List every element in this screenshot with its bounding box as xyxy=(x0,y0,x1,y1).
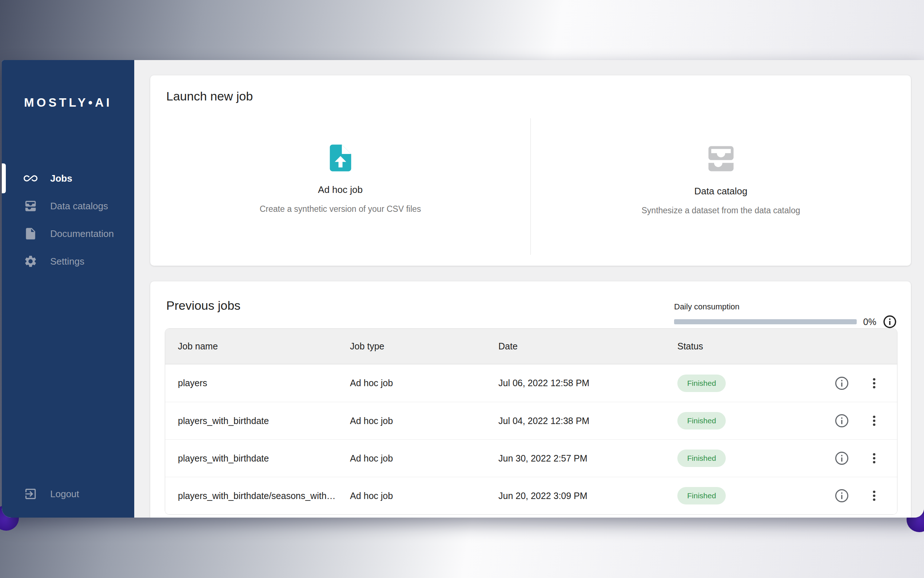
daily-consumption-label: Daily consumption xyxy=(674,302,897,312)
brand-logo: MOSTLY•AI xyxy=(2,96,134,110)
sidebar-item-label: Data catalogs xyxy=(50,201,108,212)
previous-jobs-table: Job name Job type Date Status players Ad… xyxy=(165,328,897,515)
previous-jobs-header: Previous jobs Daily consumption 0% xyxy=(150,281,911,328)
launch-card-title: Launch new job xyxy=(166,89,911,105)
status-badge: Finished xyxy=(677,487,726,505)
sidebar-item-data-catalogs[interactable]: Data catalogs xyxy=(2,192,134,220)
logout-icon xyxy=(24,487,37,501)
main-content: Launch new job Ad hoc job Create a synth… xyxy=(134,60,924,518)
status-cell: Finished xyxy=(677,375,834,392)
info-icon[interactable] xyxy=(834,413,850,429)
kebab-menu-icon[interactable] xyxy=(867,489,881,503)
status-badge: Finished xyxy=(677,412,726,430)
column-header-date: Date xyxy=(498,341,677,352)
progress-bar xyxy=(674,319,857,324)
row-actions xyxy=(834,488,897,504)
job-name-cell: players_with_birthdate/seasons_with… xyxy=(165,490,350,501)
previous-jobs-card: Previous jobs Daily consumption 0% xyxy=(150,281,911,518)
row-actions xyxy=(834,375,897,391)
table-header-row: Job name Job type Date Status xyxy=(165,329,897,364)
row-actions xyxy=(834,413,897,429)
progress-value: 0% xyxy=(863,317,876,327)
daily-consumption-meter: 0% xyxy=(674,314,897,330)
status-cell: Finished xyxy=(677,412,834,430)
daily-consumption: Daily consumption 0% xyxy=(674,302,897,330)
sidebar-item-label: Settings xyxy=(50,256,84,267)
document-icon xyxy=(24,227,37,240)
launch-options: Ad hoc job Create a synthetic version of… xyxy=(150,107,911,255)
gear-icon xyxy=(24,255,37,268)
option-title: Data catalog xyxy=(694,186,748,197)
table-body: players Ad hoc job Jul 06, 2022 12:58 PM… xyxy=(165,364,897,514)
table-row[interactable]: players_with_birthdate/seasons_with… Ad … xyxy=(165,477,897,514)
launch-new-job-card: Launch new job Ad hoc job Create a synth… xyxy=(150,75,911,266)
table-row[interactable]: players_with_birthdate Ad hoc job Jun 30… xyxy=(165,439,897,477)
kebab-menu-icon[interactable] xyxy=(867,377,881,390)
sidebar-item-documentation[interactable]: Documentation xyxy=(2,220,134,247)
kebab-menu-icon[interactable] xyxy=(867,414,881,428)
infinity-icon xyxy=(24,171,37,185)
kebab-menu-icon[interactable] xyxy=(867,451,881,465)
table-row[interactable]: players_with_birthdate Ad hoc job Jul 04… xyxy=(165,402,897,439)
job-name-cell: players_with_birthdate xyxy=(165,453,350,464)
info-icon[interactable] xyxy=(834,375,850,391)
date-cell: Jun 20, 2022 3:09 PM xyxy=(498,490,677,501)
date-cell: Jun 30, 2022 2:57 PM xyxy=(498,453,677,464)
sidebar: MOSTLY•AI Jobs Data catalogs xyxy=(2,60,134,518)
sidebar-nav: Jobs Data catalogs Documentation xyxy=(2,164,134,275)
app-window: MOSTLY•AI Jobs Data catalogs xyxy=(2,60,924,518)
logout-label: Logout xyxy=(50,489,79,500)
ad-hoc-job-option[interactable]: Ad hoc job Create a synthetic version of… xyxy=(150,107,531,255)
previous-jobs-title: Previous jobs xyxy=(166,299,241,313)
date-cell: Jul 06, 2022 12:58 PM xyxy=(498,378,677,388)
upload-file-icon xyxy=(325,142,356,174)
row-actions xyxy=(834,450,897,466)
column-header-status: Status xyxy=(677,341,834,352)
status-badge: Finished xyxy=(677,375,726,392)
sidebar-item-settings[interactable]: Settings xyxy=(2,247,134,275)
option-subtitle: Synthesize a dataset from the data catal… xyxy=(642,206,800,216)
sidebar-item-label: Documentation xyxy=(50,228,114,240)
job-type-cell: Ad hoc job xyxy=(350,453,498,464)
date-cell: Jul 04, 2022 12:38 PM xyxy=(498,416,677,426)
job-name-cell: players_with_birthdate xyxy=(165,416,350,426)
sidebar-item-jobs[interactable]: Jobs xyxy=(2,164,134,192)
data-catalog-icon xyxy=(704,142,738,175)
info-icon[interactable] xyxy=(834,450,850,466)
logout-button[interactable]: Logout xyxy=(2,480,134,508)
status-cell: Finished xyxy=(677,487,834,505)
column-header-job-type: Job type xyxy=(350,341,498,352)
job-name-cell: players xyxy=(165,378,350,388)
table-row[interactable]: players Ad hoc job Jul 06, 2022 12:58 PM… xyxy=(165,364,897,402)
status-badge: Finished xyxy=(677,450,726,467)
option-subtitle: Create a synthetic version of your CSV f… xyxy=(260,204,421,214)
data-catalog-option[interactable]: Data catalog Synthesize a dataset from t… xyxy=(531,107,911,255)
column-header-job-name: Job name xyxy=(165,341,350,352)
job-type-cell: Ad hoc job xyxy=(350,490,498,501)
all-inbox-icon xyxy=(24,199,37,213)
sidebar-item-label: Jobs xyxy=(50,173,73,184)
info-icon[interactable] xyxy=(834,488,850,504)
info-icon[interactable] xyxy=(882,314,897,330)
option-title: Ad hoc job xyxy=(318,184,363,195)
status-cell: Finished xyxy=(677,450,834,467)
job-type-cell: Ad hoc job xyxy=(350,378,498,388)
job-type-cell: Ad hoc job xyxy=(350,416,498,426)
